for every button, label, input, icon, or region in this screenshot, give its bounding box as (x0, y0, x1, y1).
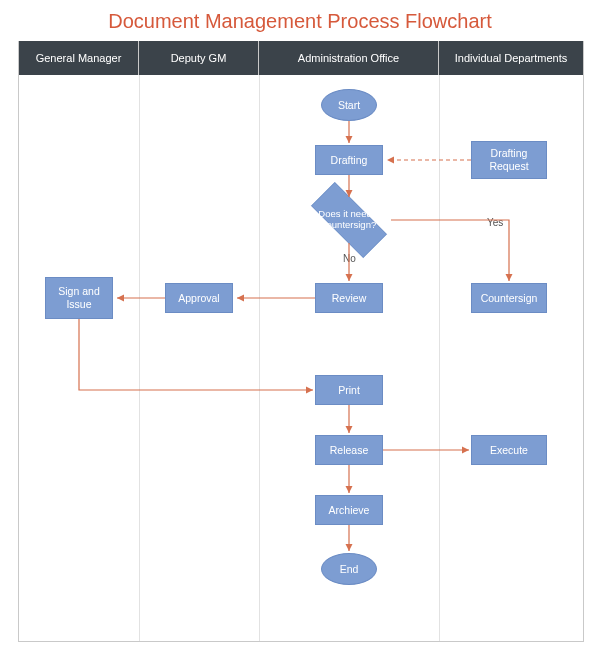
node-execute: Execute (471, 435, 547, 465)
lane-headers: General Manager Deputy GM Administration… (19, 41, 583, 75)
lane-divider (259, 75, 260, 641)
node-release: Release (315, 435, 383, 465)
lane-header-deputy-gm: Deputy GM (139, 41, 259, 75)
node-approval: Approval (165, 283, 233, 313)
edge-label-no: No (343, 253, 356, 264)
node-decision-label: Does it need a countersign? (304, 193, 394, 247)
node-countersign: Countersign (471, 283, 547, 313)
swimlane-container: General Manager Deputy GM Administration… (18, 41, 584, 642)
node-print: Print (315, 375, 383, 405)
node-drafting-request: Drafting Request (471, 141, 547, 179)
lane-divider (139, 75, 140, 641)
lane-header-individual-departments: Individual Departments (439, 41, 583, 75)
node-end: End (321, 553, 377, 585)
node-start: Start (321, 89, 377, 121)
node-drafting: Drafting (315, 145, 383, 175)
edge-label-yes: Yes (487, 217, 503, 228)
node-sign-issue: Sign and Issue (45, 277, 113, 319)
node-review: Review (315, 283, 383, 313)
page-title: Document Management Process Flowchart (0, 0, 600, 41)
lane-divider (439, 75, 440, 641)
node-decision: Does it need a countersign? (304, 193, 394, 247)
swimlane-body: Start Drafting Drafting Request Does it … (19, 75, 583, 641)
lane-header-admin-office: Administration Office (259, 41, 439, 75)
node-archive: Archieve (315, 495, 383, 525)
lane-header-general-manager: General Manager (19, 41, 139, 75)
